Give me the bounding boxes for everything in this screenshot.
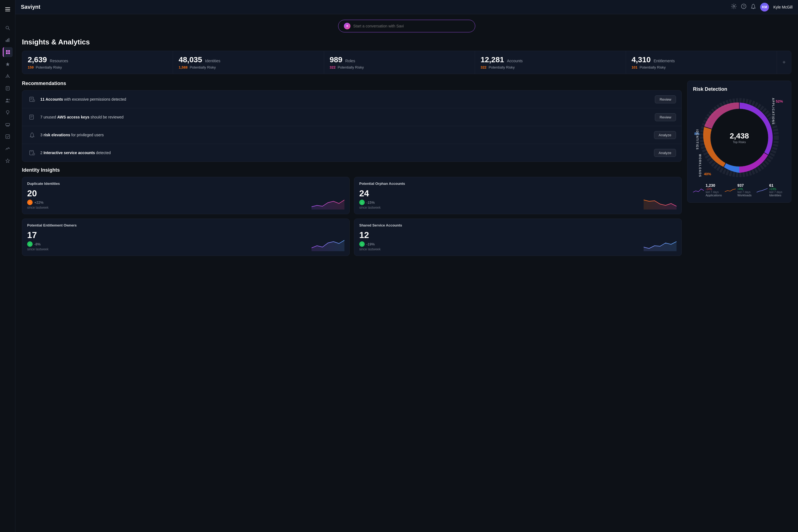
sidebar-users[interactable] [3,95,13,105]
svg-text:!: ! [34,100,34,102]
insight-change-1: ↑ +22% [27,200,49,205]
applications-stat-num: 1,230 [706,183,722,188]
donut-total-label: Top Risks [730,140,749,144]
roles-label: Roles [345,59,355,63]
insight-title-4: Shared Service Accounts [359,223,677,227]
risk-stat-identities: 61 +23% last 7 days Identities [757,183,786,197]
svg-marker-51 [311,200,344,210]
sidebar-menu[interactable] [3,4,13,14]
resources-label: Resources [50,59,68,63]
sidebar [0,0,15,532]
search-bar-wrapper: ✦ [22,20,792,32]
identity-insights-title: Identity Insights [22,167,682,173]
insights-grid: Duplicate Identities 20 ↑ +22% since las… [22,177,682,256]
rec-icon-4: i [28,148,36,157]
svg-rect-6 [7,39,8,42]
insight-num-2: 24 [359,188,381,198]
insight-duplicate-identities[interactable]: Duplicate Identities 20 ↑ +22% since las… [22,177,350,214]
sidebar-reports[interactable] [3,83,13,93]
sidebar-favorites[interactable] [3,59,13,69]
svg-rect-11 [8,52,10,54]
rec-analyze-btn-1[interactable]: Analyze [654,131,676,139]
entitlements-number: 4,310 [631,55,651,64]
sparkline-2 [644,196,677,210]
recommendations-card: ! 11 Accounts with excessive permissions… [22,90,682,162]
identities-stat-period: last 7 days [769,191,782,194]
insight-entitlement-owners[interactable]: Potential Entitlement Owners 17 ↓ -8% si… [22,218,350,256]
accounts-label: Accounts [507,59,523,63]
svg-line-4 [8,29,10,30]
sparkline-3 [311,238,344,251]
svg-point-24 [6,99,8,100]
insight-orphan-accounts[interactable]: Potential Orphan Accounts 24 ↓ -15% sinc… [354,177,682,214]
settings-icon[interactable] [731,4,737,11]
user-name: Kyle McGill [773,5,793,9]
sidebar-rankings[interactable] [3,156,13,166]
svg-text:?: ? [743,5,745,8]
stat-identities[interactable]: 48,035 Identities 1,588 Potentially Risk… [173,51,324,74]
identities-risky-count: 1,588 [178,65,188,69]
main-wrapper: Saviynt ? KM Kyle McGill ✦ Insights & An… [15,0,798,532]
rec-item-2: 7 unused AWS access keys should be revie… [22,108,681,126]
workloads-stat-change: +4% [737,188,752,191]
recommendations-title: Recommendations [22,81,682,87]
applications-seg-label: APPLICATIONS [772,98,775,125]
insight-num-4: 12 [359,230,381,240]
accounts-number: 12,281 [480,55,504,64]
insight-change-4: ↓ -19% [359,241,381,247]
rec-text-2: 7 unused AWS access keys should be revie… [40,115,651,119]
svg-rect-8 [6,50,8,52]
change-pct-3: -8% [34,242,41,246]
identities-risky-text: Potentially Risky [190,65,216,69]
savi-input[interactable] [353,24,470,28]
sidebar-search[interactable] [3,23,13,33]
resources-risky-text: Potentially Risky [36,65,62,69]
rec-icon-2 [28,113,36,121]
sidebar-workloads[interactable] [3,119,13,129]
rec-review-btn-1[interactable]: Review [655,95,676,103]
sidebar-insights[interactable] [3,108,13,117]
avatar: KM [760,3,769,12]
content-area: ✦ Insights & Analytics 2,639 Resources 1… [15,14,798,532]
svg-rect-9 [8,50,10,52]
donut-chart-container: 2,438 Top Risks 52% 8% 40% APPLICATIONS … [693,97,786,179]
savi-search-bar[interactable]: ✦ [338,20,475,32]
two-col-layout: Recommendations ! 11 Accounts with exces… [22,81,792,256]
rec-analyze-btn-2[interactable]: Analyze [654,149,676,157]
left-column: Recommendations ! 11 Accounts with exces… [22,81,682,256]
svg-rect-2 [5,11,10,11]
rec-review-btn-2[interactable]: Review [655,113,676,121]
sidebar-analytics[interactable] [3,35,13,45]
risk-detection-card: Risk Detection [687,81,792,203]
change-pct-2: -15% [366,201,375,205]
rec-item-3: 3 risk elevations for privileged users A… [22,126,681,144]
sidebar-metrics[interactable] [3,144,13,154]
sidebar-dashboard[interactable] [3,47,13,57]
stat-entitlements[interactable]: 4,310 Entitlements 101 Potentially Risky [626,51,777,74]
topbar-right: ? KM Kyle McGill [731,3,793,12]
sidebar-tasks[interactable] [3,132,13,141]
rec-text-3: 3 risk elevations for privileged users [40,133,650,137]
stat-add-button[interactable]: + [777,51,791,74]
sidebar-connections[interactable] [3,71,13,81]
insight-change-3: ↓ -8% [27,241,49,247]
stat-accounts[interactable]: 12,281 Accounts 322 Potentially Risky [475,51,626,74]
svg-rect-43 [30,115,34,119]
notification-icon[interactable] [751,4,756,11]
insight-title-2: Potential Orphan Accounts [359,182,677,186]
svg-rect-1 [5,9,10,10]
svg-point-16 [5,77,6,78]
change-pct-1: +22% [34,201,44,205]
stat-roles[interactable]: 989 Roles 322 Potentially Risky [324,51,475,74]
right-column: Risk Detection [687,81,792,256]
insight-shared-service-accounts[interactable]: Shared Service Accounts 12 ↓ -19% since … [354,218,682,256]
entitlements-risky-text: Potentially Risky [640,65,666,69]
svg-point-14 [7,74,8,75]
rec-item-1: ! 11 Accounts with excessive permissions… [22,91,681,108]
stat-resources[interactable]: 2,639 Resources 159 Potentially Risky [22,51,173,74]
rec-text-1: 11 Accounts with excessive permissions d… [40,97,651,101]
help-icon[interactable]: ? [741,4,746,11]
insight-num-1: 20 [27,188,49,198]
donut-center: 2,438 Top Risks [730,132,749,144]
since-1: since lastweek [27,206,49,210]
